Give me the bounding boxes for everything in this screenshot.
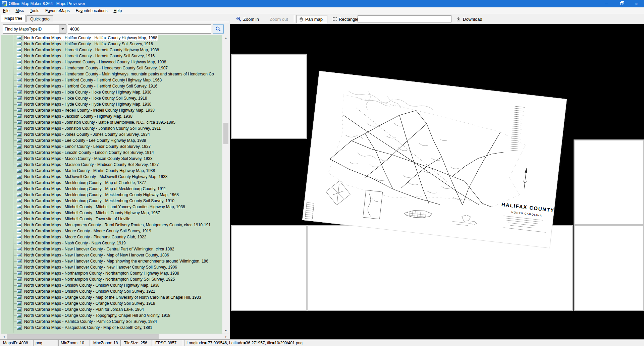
tree-item[interactable]: North Carolina Maps - Mitchell County - … bbox=[1, 204, 222, 210]
tree-vertical-scrollbar[interactable]: ▲ ▼ bbox=[223, 35, 228, 334]
tree-item[interactable]: North Carolina Maps - Orange County - Pl… bbox=[1, 306, 222, 312]
tree-item[interactable]: North Carolina Maps - Halifax County - H… bbox=[1, 41, 222, 47]
scroll-down-arrow[interactable]: ▼ bbox=[223, 328, 229, 334]
tree-item[interactable]: North Carolina Maps - Hoke County - Hoke… bbox=[1, 89, 222, 95]
tree-item[interactable]: North Carolina Maps - Mitchell County - … bbox=[1, 210, 222, 216]
pan-map-button[interactable]: Pan map bbox=[297, 15, 327, 23]
tree-item[interactable]: North Carolina Maps - Hyde County - Hyde… bbox=[1, 101, 222, 107]
tree-item[interactable]: North Carolina Maps - Harnett County - H… bbox=[1, 47, 222, 53]
tree-item[interactable]: North Carolina Maps - McDowell County - … bbox=[1, 174, 222, 180]
menu-misc[interactable]: Misc bbox=[12, 8, 27, 14]
tree-item[interactable]: North Carolina Maps - Mecklenburg County… bbox=[1, 198, 222, 204]
tree-item[interactable]: North Carolina Maps - Orange County - To… bbox=[1, 312, 222, 319]
menu-tools[interactable]: Tools bbox=[27, 8, 42, 14]
tree-item[interactable]: North Carolina Maps - Montgomery County … bbox=[1, 222, 222, 228]
menu-file[interactable]: File bbox=[0, 8, 12, 14]
tab-maps-tree[interactable]: Maps tree bbox=[1, 15, 26, 22]
map-image-icon bbox=[17, 205, 22, 209]
map-canvas[interactable]: HALIFAX COUNTY NORTH CAROLINA bbox=[230, 24, 644, 339]
map-image-icon bbox=[17, 247, 22, 251]
tree-horizontal-scrollbar[interactable]: ◄ ► bbox=[1, 334, 229, 339]
tree-item[interactable]: North Carolina Maps - Mecklenburg County… bbox=[1, 192, 222, 198]
map-image-icon bbox=[17, 320, 22, 324]
scroll-right-arrow[interactable]: ► bbox=[223, 334, 229, 339]
tree-item[interactable]: North Carolina Maps - Pamlico County - P… bbox=[1, 319, 222, 325]
tree-item[interactable]: North Carolina Maps - Henderson County -… bbox=[1, 71, 222, 77]
tree-item[interactable]: North Carolina Maps - Mitchell County - … bbox=[1, 216, 222, 222]
menu-favoritemaps[interactable]: FavoriteMaps bbox=[42, 8, 73, 14]
tree-item-label: North Carolina Maps - Mecklenburg County… bbox=[23, 186, 167, 191]
tree-item[interactable]: North Carolina Maps - Johnston County - … bbox=[1, 119, 222, 125]
tree-item[interactable]: North Carolina Maps - Martin County - Ma… bbox=[1, 168, 222, 174]
tree-item[interactable]: North Carolina Maps - Harnett County - H… bbox=[1, 53, 222, 59]
tree-item[interactable]: North Carolina Maps - Mecklenburg County… bbox=[1, 186, 222, 192]
tree-item[interactable]: North Carolina Maps - Jones County - Jon… bbox=[1, 131, 222, 137]
dropdown-button[interactable] bbox=[59, 25, 66, 33]
tab-divider bbox=[1, 22, 230, 22]
map-image-icon bbox=[17, 120, 22, 124]
find-by-dropdown[interactable]: Find by MapsTypeID bbox=[3, 24, 66, 34]
map-image-icon bbox=[17, 96, 22, 100]
tree-item[interactable]: North Carolina Maps - Orange County - Or… bbox=[1, 300, 222, 306]
tree-item[interactable]: North Carolina Maps - Mecklenburg County… bbox=[1, 180, 222, 186]
menu-help[interactable]: Help bbox=[111, 8, 125, 14]
tree-item[interactable]: North Carolina Maps - Hoke County - Hoke… bbox=[1, 95, 222, 101]
tree-item[interactable]: North Carolina Maps - New Hanover County… bbox=[1, 264, 222, 270]
tree-item[interactable]: North Carolina Maps - Northampton County… bbox=[1, 270, 222, 276]
close-button[interactable]: × bbox=[629, 0, 644, 7]
search-button[interactable] bbox=[213, 24, 224, 34]
tree-item[interactable]: North Carolina Maps - Moore County - Moo… bbox=[1, 228, 222, 234]
download-button[interactable]: Download bbox=[454, 15, 484, 23]
zoom-in-button[interactable]: Zoom in bbox=[234, 15, 261, 23]
tree-item[interactable]: North Carolina Maps - Jackson County - H… bbox=[1, 113, 222, 119]
tree-guide bbox=[13, 207, 17, 207]
status-maps-id: MapsID: 4038 bbox=[1, 340, 32, 346]
tree-item-label: North Carolina Maps - New Hanover County… bbox=[23, 252, 170, 258]
status-min-zoom: MinZoom: 10 bbox=[58, 340, 90, 346]
restore-button[interactable] bbox=[614, 0, 629, 7]
tree-guide bbox=[13, 177, 17, 177]
status-max-zoom: MaxZoom: 18 bbox=[91, 340, 121, 346]
tree-item[interactable]: North Carolina Maps - Pasquotank County … bbox=[1, 325, 222, 331]
menu-favoritelocations[interactable]: FavoriteLocations bbox=[73, 8, 111, 14]
tree-item[interactable]: North Carolina Maps - Halifax County - H… bbox=[1, 35, 222, 41]
map-image-icon bbox=[17, 307, 22, 311]
tree-item[interactable]: North Carolina Maps - Iredell County - I… bbox=[1, 107, 222, 113]
tree-item-label: North Carolina Maps - Montgomery County … bbox=[23, 222, 211, 228]
minimize-button[interactable] bbox=[599, 0, 614, 7]
tree-item[interactable]: North Carolina Maps - Lincoln County - L… bbox=[1, 150, 222, 156]
tree-item[interactable]: North Carolina Maps - Lee County - Lee C… bbox=[1, 137, 222, 143]
empty-tile bbox=[231, 54, 307, 139]
tree-item[interactable]: North Carolina Maps - Johnston County - … bbox=[1, 125, 222, 131]
tab-quick-goto[interactable]: Quick goto bbox=[26, 15, 53, 22]
tree-item[interactable]: North Carolina Maps - New Hanover County… bbox=[1, 246, 222, 252]
tree-item[interactable]: North Carolina Maps - Hertford County - … bbox=[1, 77, 222, 83]
tree-item[interactable]: North Carolina Maps - New Hanover County… bbox=[1, 252, 222, 258]
tree-item[interactable]: North Carolina Maps - Lenoir County - Le… bbox=[1, 143, 222, 150]
maps-tree-list[interactable]: North Carolina Maps - Halifax County - H… bbox=[1, 35, 222, 334]
coordinate-box[interactable] bbox=[358, 15, 451, 22]
tree-item[interactable]: North Carolina Maps - Nash County - Nash… bbox=[1, 240, 222, 246]
tree-item[interactable]: North Carolina Maps - Henderson County -… bbox=[1, 65, 222, 71]
horizontal-scroll-thumb[interactable] bbox=[7, 334, 159, 339]
tree-item[interactable]: North Carolina Maps - Onslow County - On… bbox=[1, 282, 222, 288]
scroll-up-arrow[interactable]: ▲ bbox=[223, 35, 229, 41]
tree-guide bbox=[13, 219, 17, 219]
tree-item[interactable]: North Carolina Maps - Macon County - Mac… bbox=[1, 156, 222, 162]
tree-item[interactable]: North Carolina Maps - New Hanover County… bbox=[1, 258, 222, 264]
search-input[interactable]: 4038 bbox=[68, 24, 211, 34]
tree-item[interactable]: North Carolina Maps - Madison County - M… bbox=[1, 162, 222, 168]
tree-guide bbox=[13, 309, 17, 310]
tree-item[interactable]: North Carolina Maps - Haywood County - H… bbox=[1, 59, 222, 65]
tree-item-label: North Carolina Maps - Madison County - M… bbox=[23, 162, 159, 167]
tree-item[interactable]: North Carolina Maps - Onslow County - On… bbox=[1, 288, 222, 294]
tree-item[interactable]: North Carolina Maps - Northampton County… bbox=[1, 276, 222, 282]
tree-item[interactable]: North Carolina Maps - Hertford County - … bbox=[1, 83, 222, 89]
zoom-out-button[interactable]: Zoom out bbox=[268, 15, 290, 23]
tree-item[interactable]: North Carolina Maps - Moore County - Pin… bbox=[1, 234, 222, 240]
tree-item[interactable]: North Carolina Maps - Orange County - Ma… bbox=[1, 294, 222, 300]
rectangle-button[interactable]: Rectangle bbox=[331, 15, 361, 23]
tree-guide bbox=[13, 104, 17, 105]
scroll-left-arrow[interactable]: ◄ bbox=[1, 334, 7, 339]
vertical-scroll-thumb[interactable] bbox=[223, 123, 228, 144]
